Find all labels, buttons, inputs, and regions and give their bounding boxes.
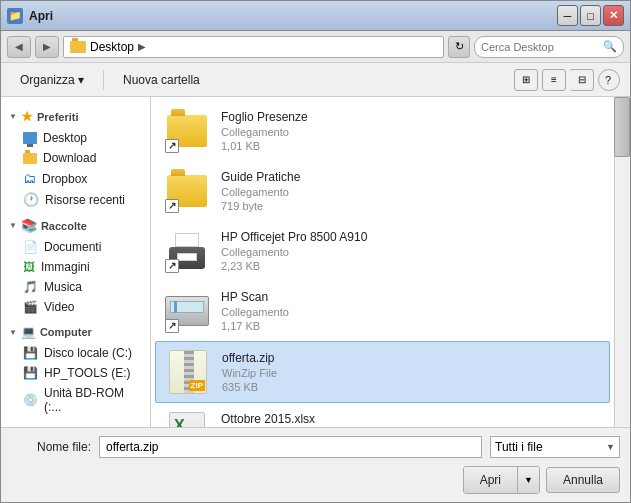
list-item[interactable]: ↗ Guide Pratiche Collegamento 719 byte [155,161,610,221]
shortcut-arrow-icon: ↗ [165,319,179,333]
file-meta-type: Collegamento [221,306,602,318]
sidebar-item-musica[interactable]: 🎵 Musica [1,277,150,297]
open-button[interactable]: Apri [464,467,517,493]
sidebar-item-hp-bdhm[interactable]: 💿 Unità BD-ROM (:... [1,383,150,417]
toolbar-separator [103,70,104,90]
shortcut-overlay: ↗ [163,287,211,335]
list-item[interactable]: ↗ HP Scan Collegamento 1,17 KB [155,281,610,341]
bottom-bar: Nome file: Tutti i file ▼ Apri ▼ Annulla [1,427,630,502]
main-area: ▼ ★ Preferiti Desktop Download 🗂 Dropbox [1,97,630,427]
images-icon: 🖼 [23,260,35,274]
scanner-head [174,301,177,313]
scrollbar-thumb[interactable] [614,97,630,157]
toolbar-right: ⊞ ≡ ⊟ ? [514,69,620,91]
recent-icon: 🕐 [23,192,39,207]
file-meta-size: 1,01 KB [221,140,602,152]
sidebar: ▼ ★ Preferiti Desktop Download 🗂 Dropbox [1,97,151,427]
open-dropdown-button[interactable]: ▼ [517,467,539,493]
new-folder-button[interactable]: Nuova cartella [114,69,209,91]
view-button-list[interactable]: ≡ [542,69,566,91]
minimize-button[interactable]: ─ [557,5,578,26]
sidebar-item-documenti[interactable]: 📄 Documenti [1,237,150,257]
excel-icon: X xls [169,412,205,427]
printer-paper [175,233,199,247]
file-info: Ottobre 2015.xlsx Collegamento 1,20 KB [221,412,602,427]
sidebar-header-computer[interactable]: ▼ 💻 Computer [1,321,150,343]
sidebar-header-preferiti[interactable]: ▼ ★ Preferiti [1,105,150,128]
file-info: HP Officejet Pro 8500 A910 Collegamento … [221,230,602,272]
maximize-button[interactable]: □ [580,5,601,26]
sidebar-item-download-label: Download [43,151,96,165]
sidebar-item-documenti-label: Documenti [44,240,101,254]
sidebar-header-raccolte[interactable]: ▼ 📚 Raccolte [1,214,150,237]
address-path[interactable]: Desktop ▶ [63,36,444,58]
sidebar-section-computer-label: Computer [40,326,92,338]
sidebar-item-hp-bdhm-label: Unità BD-ROM (:... [44,386,142,414]
disk-e-icon: 💾 [23,366,38,380]
sidebar-section-preferiti-label: Preferiti [37,111,79,123]
shortcut-arrow-icon: ↗ [165,259,179,273]
back-button[interactable]: ◀ [7,36,31,58]
docs-icon: 📄 [23,240,38,254]
sidebar-item-dropbox[interactable]: 🗂 Dropbox [1,168,150,189]
chevron-icon: ▼ [9,112,17,121]
file-info: offerta.zip WinZip File 635 KB [222,351,601,393]
star-icon: ★ [21,109,33,124]
filename-label: Nome file: [11,440,91,454]
file-meta-type: WinZip File [222,367,601,379]
list-item[interactable]: ↗ Foglio Presenze Collegamento 1,01 KB [155,101,610,161]
sidebar-item-hp-tools[interactable]: 💾 HP_TOOLS (E:) [1,363,150,383]
organize-button[interactable]: Organizza ▾ [11,69,93,91]
help-button[interactable]: ? [598,69,620,91]
list-item[interactable]: ↗ HP Officejet Pro 8500 A910 Collegament… [155,221,610,281]
sidebar-item-risorse[interactable]: 🕐 Risorse recenti [1,189,150,210]
view-button-grid[interactable]: ⊞ [514,69,538,91]
sidebar-item-immagini-label: Immagini [41,260,90,274]
search-icon: 🔍 [603,40,617,53]
filetype-dropdown[interactable]: Tutti i file ▼ [490,436,620,458]
shortcut-arrow-icon: ↗ [165,199,179,213]
file-icon-container: ↗ [163,107,211,155]
shortcut-arrow-icon: ↗ [165,139,179,153]
music-icon: 🎵 [23,280,38,294]
button-row: Apri ▼ Annulla [11,466,620,494]
shortcut-overlay: ↗ [163,227,211,275]
sidebar-item-disco-c[interactable]: 💾 Disco locale (C:) [1,343,150,363]
file-icon-container: X xls ↗ [163,409,211,427]
filename-row: Nome file: Tutti i file ▼ [11,436,620,458]
disk-c-icon: 💾 [23,346,38,360]
zip-label: ZIP [189,380,205,391]
file-list: ↗ Foglio Presenze Collegamento 1,01 KB [151,97,630,427]
file-name: offerta.zip [222,351,601,365]
filename-input[interactable] [99,436,482,458]
list-item[interactable]: ZIP offerta.zip WinZip File 635 KB [155,341,610,403]
sidebar-section-raccolte: ▼ 📚 Raccolte 📄 Documenti 🖼 Immagini 🎵 Mu… [1,214,150,317]
sidebar-item-download[interactable]: Download [1,148,150,168]
sidebar-item-desktop[interactable]: Desktop [1,128,150,148]
refresh-button[interactable]: ↻ [448,36,470,58]
search-input[interactable] [481,41,599,53]
cancel-button[interactable]: Annulla [546,467,620,493]
file-name: HP Scan [221,290,602,304]
close-button[interactable]: ✕ [603,5,624,26]
forward-button[interactable]: ▶ [35,36,59,58]
sidebar-item-immagini[interactable]: 🖼 Immagini [1,257,150,277]
list-item[interactable]: X xls ↗ Ottobre 2015.xlsx Collegamento 1… [155,403,610,427]
dialog-window: 📁 Apri ─ □ ✕ ◀ ▶ Desktop ▶ ↻ 🔍 Organizza… [0,0,631,503]
file-info: Foglio Presenze Collegamento 1,01 KB [221,110,602,152]
shortcut-overlay: X xls ↗ [163,409,211,427]
chevron-computer-icon: ▼ [9,328,17,337]
file-icon-container: ZIP [164,348,212,396]
raccolte-icon: 📚 [21,218,37,233]
sidebar-item-video-label: Video [44,300,74,314]
dropbox-icon: 🗂 [23,171,36,186]
sidebar-item-video[interactable]: 🎬 Video [1,297,150,317]
view-button-detail[interactable]: ⊟ [570,69,594,91]
scrollbar-track[interactable] [614,97,630,427]
disk-bd-icon: 💿 [23,393,38,407]
sidebar-item-hp-tools-label: HP_TOOLS (E:) [44,366,130,380]
file-meta-size: 635 KB [222,381,601,393]
file-meta-type: Collegamento [221,126,602,138]
search-box[interactable]: 🔍 [474,36,624,58]
sidebar-section-computer: ▼ 💻 Computer 💾 Disco locale (C:) 💾 HP_TO… [1,321,150,417]
